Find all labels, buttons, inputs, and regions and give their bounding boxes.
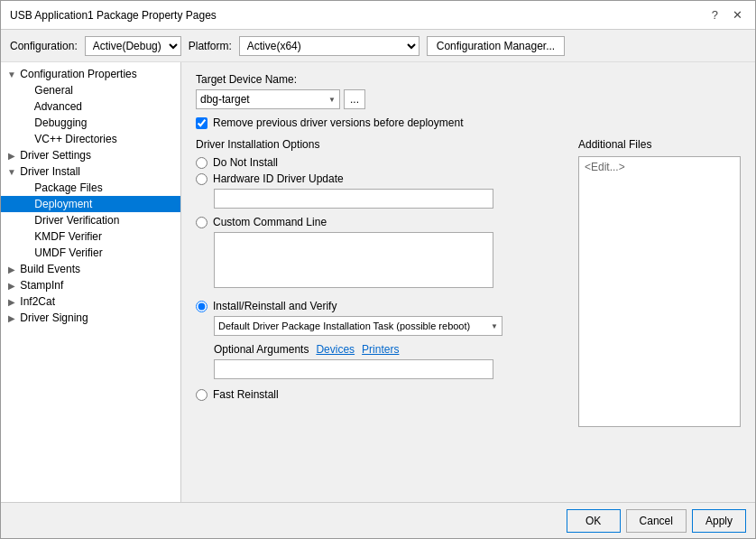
radio-hw-id-label: Hardware ID Driver Update [213, 172, 344, 185]
toggle-icon: ▼ [6, 70, 17, 79]
sidebar-item-build-events[interactable]: ▶ Build Events [1, 261, 180, 277]
target-device-combobox[interactable]: dbg-target ▼ [196, 89, 340, 109]
combo-arrow-icon: ▼ [328, 96, 336, 104]
cancel-button[interactable]: Cancel [626, 509, 687, 533]
install-task-value: Default Driver Package Installation Task… [218, 321, 470, 331]
radio-install-reinstall-row: Install/Reinstall and Verify [196, 300, 567, 312]
sidebar-item-general[interactable]: General [1, 82, 180, 98]
right-column: Additional Files <Edit...> [578, 138, 741, 427]
additional-files-box[interactable]: <Edit...> [578, 156, 741, 427]
left-column: Driver Installation Options Do Not Insta… [196, 138, 567, 427]
radio-hw-id-row: Hardware ID Driver Update [196, 172, 567, 185]
sidebar-item-label: Build Events [20, 263, 80, 275]
sidebar-item-label: Inf2Cat [20, 295, 55, 308]
sidebar-item-label: Advanced [34, 100, 82, 113]
sidebar-item-driver-verification[interactable]: Driver Verification [1, 212, 180, 228]
dropdown-arrow-icon: ▼ [491, 322, 498, 330]
help-button[interactable]: ? [708, 8, 722, 22]
sidebar-item-label: Package Files [34, 181, 102, 194]
platform-label: Platform: [189, 40, 232, 52]
sidebar-item-package-files[interactable]: Package Files [1, 180, 180, 196]
sidebar-item-vc-directories[interactable]: VC++ Directories [1, 131, 180, 147]
sidebar-item-label: VC++ Directories [34, 133, 116, 145]
sidebar-item-label: KMDF Verifier [34, 230, 102, 243]
sidebar-item-label: UMDF Verifier [34, 246, 102, 259]
remove-previous-row: Remove previous driver versions before d… [196, 116, 741, 129]
config-label: Configuration: [10, 40, 78, 52]
install-task-dropdown[interactable]: Default Driver Package Installation Task… [214, 316, 502, 336]
radio-custom-row: Custom Command Line [196, 216, 567, 228]
main-content: ▼ Configuration Properties General Advan… [1, 62, 755, 502]
radio-do-not-install[interactable] [196, 157, 207, 169]
additional-files-placeholder: <Edit...> [585, 161, 625, 173]
toggle-icon: ▶ [6, 265, 17, 274]
right-panel: Target Device Name: dbg-target ▼ ... Rem… [181, 62, 755, 502]
sidebar-item-umdf-verifier[interactable]: UMDF Verifier [1, 245, 180, 261]
sidebar-item-label: Configuration Properties [20, 68, 136, 80]
radio-install-reinstall-label: Install/Reinstall and Verify [213, 300, 337, 312]
optional-args-input[interactable] [214, 359, 493, 379]
ok-button[interactable]: OK [567, 509, 621, 533]
radio-custom[interactable] [196, 217, 207, 228]
toggle-icon: ▶ [6, 313, 17, 323]
target-row: dbg-target ▼ ... [196, 89, 741, 109]
target-device-label: Target Device Name: [196, 73, 741, 86]
two-col-layout: Driver Installation Options Do Not Insta… [196, 138, 741, 427]
title-bar: USB Application1 Package Property Pages … [1, 1, 755, 30]
sidebar-item-config-properties[interactable]: ▼ Configuration Properties [1, 66, 180, 82]
sidebar-item-label: Driver Install [20, 165, 80, 178]
optional-args-row: Optional Arguments Devices Printers [214, 343, 567, 356]
config-manager-button[interactable]: Configuration Manager... [427, 36, 565, 56]
platform-select[interactable]: Active(x64) [239, 36, 419, 56]
title-controls: ? ✕ [708, 8, 746, 22]
target-device-value: dbg-target [200, 93, 250, 106]
driver-install-section-label: Driver Installation Options [196, 138, 567, 151]
dialog: USB Application1 Package Property Pages … [0, 0, 756, 539]
ellipsis-button[interactable]: ... [344, 89, 365, 109]
radio-custom-label: Custom Command Line [213, 216, 327, 228]
radio-do-not-install-row: Do Not Install [196, 156, 567, 169]
sidebar-item-label: Deployment [34, 198, 92, 210]
sidebar-item-label: Driver Verification [34, 214, 119, 227]
hw-id-input[interactable] [214, 189, 493, 209]
sidebar: ▼ Configuration Properties General Advan… [1, 62, 181, 502]
config-select[interactable]: Active(Debug) [85, 36, 181, 56]
toolbar: Configuration: Active(Debug) Platform: A… [1, 30, 755, 62]
sidebar-item-deployment[interactable]: Deployment [1, 196, 180, 212]
sidebar-item-driver-install[interactable]: ▼ Driver Install [1, 163, 180, 180]
sidebar-item-label: StampInf [20, 279, 63, 292]
sidebar-item-driver-signing[interactable]: ▶ Driver Signing [1, 310, 180, 326]
radio-do-not-install-label: Do Not Install [213, 156, 278, 169]
radio-fast-reinstall[interactable] [196, 389, 207, 401]
printers-link[interactable]: Printers [362, 343, 399, 356]
toggle-icon: ▶ [6, 281, 17, 291]
optional-args-label: Optional Arguments [214, 343, 309, 356]
radio-fast-reinstall-row: Fast Reinstall [196, 388, 567, 401]
sidebar-item-label: General [34, 84, 73, 97]
sidebar-item-debugging[interactable]: Debugging [1, 115, 180, 131]
dialog-title: USB Application1 Package Property Pages [10, 9, 217, 22]
devices-link[interactable]: Devices [316, 343, 355, 356]
radio-install-reinstall[interactable] [196, 301, 207, 312]
radio-hw-id[interactable] [196, 173, 207, 185]
sidebar-item-inf2cat[interactable]: ▶ Inf2Cat [1, 293, 180, 310]
toggle-icon: ▶ [6, 151, 17, 161]
sidebar-item-stampinf[interactable]: ▶ StampInf [1, 277, 180, 293]
close-button[interactable]: ✕ [729, 8, 746, 22]
remove-previous-checkbox[interactable] [196, 117, 207, 129]
sidebar-item-driver-settings[interactable]: ▶ Driver Settings [1, 147, 180, 163]
bottom-bar: OK Cancel Apply [1, 502, 755, 538]
sidebar-item-advanced[interactable]: Advanced [1, 98, 180, 115]
sidebar-item-kmdf-verifier[interactable]: KMDF Verifier [1, 228, 180, 245]
sidebar-item-label: Debugging [34, 116, 87, 129]
additional-files-label: Additional Files [578, 138, 741, 151]
toggle-icon: ▼ [6, 167, 17, 177]
custom-command-textarea[interactable] [214, 232, 493, 288]
sidebar-item-label: Driver Signing [20, 311, 88, 324]
toggle-icon: ▶ [6, 297, 17, 307]
radio-fast-reinstall-label: Fast Reinstall [213, 388, 279, 401]
remove-previous-label: Remove previous driver versions before d… [213, 116, 463, 129]
sidebar-item-label: Driver Settings [20, 149, 91, 162]
apply-button[interactable]: Apply [692, 509, 746, 533]
